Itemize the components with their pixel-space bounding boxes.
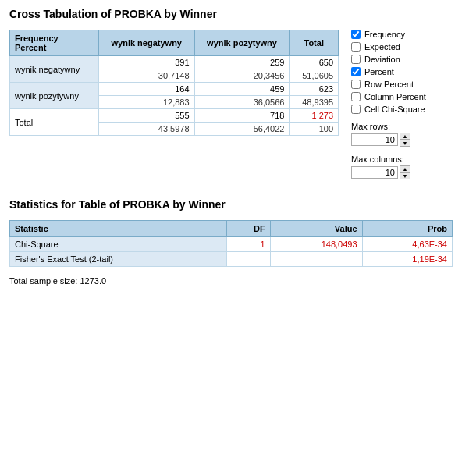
checkbox-deviation[interactable]: Deviation [351, 55, 453, 64]
checkbox-frequency-label: Frequency [364, 30, 405, 39]
stat-name-0: Chi-Square [10, 237, 227, 252]
checkbox-row-percent[interactable]: Row Percent [351, 80, 453, 89]
stats-section: Statistics for Table of PROBKA by Winner… [9, 198, 453, 286]
checkbox-percent-label: Percent [364, 67, 394, 76]
stat-value-0: 148,0493 [270, 237, 362, 252]
pct-1-1: 36,0566 [194, 96, 290, 109]
max-rows-down-btn[interactable]: ▼ [400, 140, 410, 147]
max-rows-label: Max rows: [351, 122, 453, 131]
pct-0-2: 51,0605 [290, 69, 339, 83]
stat-df-1 [227, 252, 270, 267]
col-header-0: FrequencyPercent [10, 30, 99, 56]
total-0: 555 [98, 109, 194, 123]
crosstab-section: FrequencyPercent wynik negatywny wynik p… [9, 30, 339, 136]
stats-row-1: Fisher's Exact Test (2-tail) 1,19E-34 [10, 252, 453, 267]
checkbox-col-percent-label: Column Percent [364, 92, 426, 101]
stat-df-0: 1 [227, 237, 270, 252]
stat-prob-1: 1,19E-34 [362, 252, 452, 267]
checkbox-expected-label: Expected [364, 42, 400, 52]
pct-0-1: 20,3456 [194, 69, 290, 83]
pct-0-0: 30,7148 [98, 69, 194, 83]
max-cols-section: Max columns: 10 ▲ ▼ [351, 155, 453, 179]
table-row: wynik pozytywny 164 459 623 [10, 83, 339, 96]
max-rows-input[interactable]: 10 [351, 133, 398, 146]
max-cols-input[interactable]: 10 [351, 166, 398, 179]
row-label-0: wynik negatywny [10, 56, 99, 83]
max-rows-spinner-btns[interactable]: ▲ ▼ [400, 133, 410, 147]
table-row: wynik negatywny 391 259 650 [10, 56, 339, 69]
cell-0-1: 259 [194, 56, 290, 69]
max-rows-spinner[interactable]: 10 ▲ ▼ [351, 133, 453, 147]
checkbox-frequency[interactable]: Frequency [351, 30, 453, 39]
stat-value-1 [270, 252, 362, 267]
row-label-1: wynik pozytywny [10, 83, 99, 109]
stats-col-df: DF [227, 221, 270, 237]
stats-col-value: Value [270, 221, 362, 237]
pct-1-0: 12,883 [98, 96, 194, 109]
col-header-1: wynik negatywny [98, 30, 194, 56]
checkbox-cell-chi-label: Cell Chi-Square [364, 105, 425, 114]
total-pct-0: 43,5978 [98, 123, 194, 136]
total-label: Total [10, 109, 99, 136]
checkbox-deviation-label: Deviation [364, 55, 400, 64]
checkbox-expected[interactable]: Expected [351, 42, 453, 52]
total-2: 1 273 [290, 109, 339, 123]
checkbox-row-percent-input[interactable] [351, 80, 361, 89]
total-sample: Total sample size: 1273.0 [9, 276, 453, 286]
cell-1-2: 623 [290, 83, 339, 96]
stats-col-prob: Prob [362, 221, 452, 237]
col-header-3: Total [290, 30, 339, 56]
checkbox-col-percent[interactable]: Column Percent [351, 92, 453, 101]
max-cols-spinner[interactable]: 10 ▲ ▼ [351, 165, 453, 179]
checkbox-expected-input[interactable] [351, 42, 361, 52]
stats-table: Statistic DF Value Prob Chi-Square 1 148… [9, 220, 453, 267]
checkbox-percent[interactable]: Percent [351, 67, 453, 76]
sidebar: Frequency Expected Deviation Percent Row… [351, 30, 453, 179]
checkbox-frequency-input[interactable] [351, 30, 361, 39]
checkbox-deviation-input[interactable] [351, 55, 361, 64]
col-header-2: wynik pozytywny [194, 30, 290, 56]
stat-name-1: Fisher's Exact Test (2-tail) [10, 252, 227, 267]
max-cols-spinner-btns[interactable]: ▲ ▼ [400, 165, 410, 179]
stats-row-0: Chi-Square 1 148,0493 4,63E-34 [10, 237, 453, 252]
max-cols-up-btn[interactable]: ▲ [400, 165, 410, 172]
max-cols-label: Max columns: [351, 155, 453, 164]
cross-table: FrequencyPercent wynik negatywny wynik p… [9, 30, 339, 136]
checkbox-percent-input[interactable] [351, 67, 361, 76]
cell-0-2: 650 [290, 56, 339, 69]
checkbox-row-percent-label: Row Percent [364, 80, 414, 89]
stats-title: Statistics for Table of PROBKA by Winner [9, 198, 453, 211]
cell-0-0: 391 [98, 56, 194, 69]
checkbox-col-percent-input[interactable] [351, 92, 361, 101]
total-pct-1: 56,4022 [194, 123, 290, 136]
max-cols-down-btn[interactable]: ▼ [400, 172, 410, 179]
pct-1-2: 48,9395 [290, 96, 339, 109]
total-1: 718 [194, 109, 290, 123]
total-pct-2: 100 [290, 123, 339, 136]
table-row-total: Total 555 718 1 273 [10, 109, 339, 123]
checkbox-cell-chi-input[interactable] [351, 105, 361, 114]
max-rows-up-btn[interactable]: ▲ [400, 133, 410, 140]
cell-1-1: 459 [194, 83, 290, 96]
cell-1-0: 164 [98, 83, 194, 96]
main-title: Cross Tabulation of PROBKA by Winner [9, 8, 453, 20]
stats-col-statistic: Statistic [10, 221, 227, 237]
checkbox-cell-chi[interactable]: Cell Chi-Square [351, 105, 453, 114]
stat-prob-0: 4,63E-34 [362, 237, 452, 252]
max-rows-section: Max rows: 10 ▲ ▼ [351, 122, 453, 147]
